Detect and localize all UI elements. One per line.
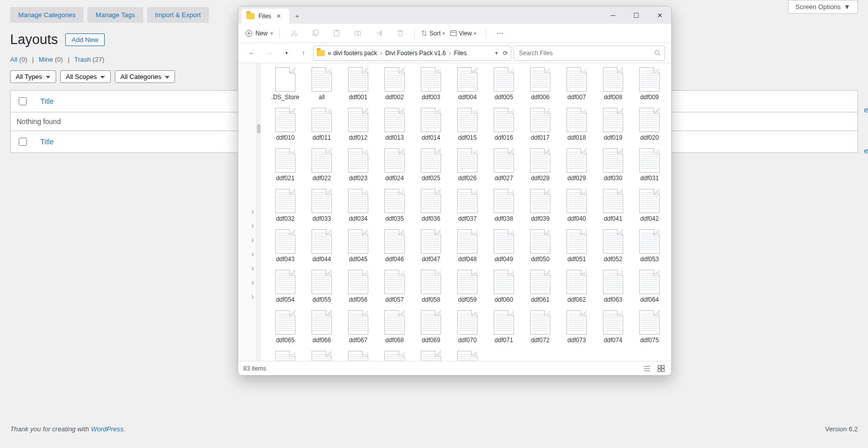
- select-all-checkbox-top[interactable]: [19, 97, 27, 105]
- file-item[interactable]: ddf008: [595, 67, 631, 101]
- view-trash-link[interactable]: Trash: [74, 56, 91, 63]
- file-item[interactable]: ddf073: [558, 310, 595, 344]
- file-item[interactable]: ddf055: [303, 270, 340, 303]
- close-window-button[interactable]: ✕: [648, 7, 671, 24]
- minimize-button[interactable]: ─: [601, 7, 625, 24]
- breadcrumb-prefix[interactable]: «: [328, 50, 331, 57]
- file-item[interactable]: ddf057: [376, 270, 413, 303]
- file-item[interactable]: ddf080: [413, 351, 449, 361]
- file-item[interactable]: ddf042: [631, 189, 668, 222]
- file-item[interactable]: ddf051: [558, 229, 595, 263]
- file-item[interactable]: ddf056: [340, 270, 376, 303]
- filter-categories-select[interactable]: All Categories: [115, 70, 175, 83]
- filter-types-select[interactable]: All Types: [10, 70, 56, 83]
- sidebar-scrollbar[interactable]: [256, 63, 261, 361]
- view-all-link[interactable]: All: [10, 56, 17, 63]
- file-item[interactable]: ddf061: [522, 270, 558, 303]
- details-view-button[interactable]: [642, 363, 652, 374]
- manage-tags-tab[interactable]: Manage Tags: [88, 7, 143, 23]
- copy-button[interactable]: [307, 26, 323, 40]
- file-item[interactable]: ddf033: [303, 189, 340, 222]
- file-item[interactable]: ddf032: [267, 189, 303, 222]
- new-tab-button[interactable]: ＋: [289, 9, 305, 24]
- file-item[interactable]: ddf004: [449, 67, 486, 101]
- refresh-button[interactable]: ⟳: [503, 50, 508, 57]
- breadcrumb-p3[interactable]: Files: [454, 50, 466, 57]
- file-item[interactable]: ddf022: [303, 148, 340, 182]
- file-item[interactable]: ddf017: [522, 108, 558, 141]
- rename-button[interactable]: [350, 26, 366, 40]
- file-item[interactable]: ddf068: [376, 310, 413, 344]
- address-dropdown-button[interactable]: ▾: [495, 50, 498, 56]
- sidebar-expand-icon[interactable]: [238, 205, 256, 218]
- file-item[interactable]: ddf047: [413, 229, 449, 263]
- file-item[interactable]: ddf015: [449, 108, 486, 141]
- file-item[interactable]: ddf036: [413, 189, 449, 222]
- file-item[interactable]: ddf062: [558, 270, 595, 303]
- column-header-title[interactable]: Title: [40, 97, 54, 105]
- explorer-tab[interactable]: Files ✕: [241, 9, 289, 24]
- file-item[interactable]: ddf070: [449, 310, 486, 344]
- file-item[interactable]: ddf071: [486, 310, 522, 344]
- add-new-button[interactable]: Add New: [65, 33, 105, 46]
- breadcrumb-p2[interactable]: Divi Footers Pack v1.6: [385, 50, 446, 57]
- file-item[interactable]: ddf066: [303, 310, 340, 344]
- breadcrumb-p1[interactable]: divi footers pack: [333, 50, 377, 57]
- sidebar-expand-icon[interactable]: [238, 276, 256, 289]
- file-item[interactable]: ddf079: [376, 351, 413, 361]
- filter-scopes-select[interactable]: All Scopes: [60, 70, 111, 83]
- file-item[interactable]: ddf052: [595, 229, 631, 263]
- file-item[interactable]: ddf065: [267, 310, 303, 344]
- up-button[interactable]: ↑: [296, 46, 311, 60]
- select-all-checkbox-bottom[interactable]: [19, 138, 27, 146]
- file-item[interactable]: ddf020: [631, 108, 668, 141]
- delete-button[interactable]: [392, 26, 408, 40]
- share-button[interactable]: [371, 26, 387, 40]
- file-item[interactable]: ddf005: [486, 67, 522, 101]
- file-item[interactable]: ddf081: [449, 351, 486, 361]
- file-item[interactable]: ddf028: [522, 148, 558, 182]
- file-item[interactable]: ddf035: [376, 189, 413, 222]
- sort-button[interactable]: Sort ▾: [421, 30, 445, 37]
- search-input[interactable]: [518, 49, 651, 57]
- back-button[interactable]: ←: [244, 46, 259, 60]
- file-item[interactable]: ddf075: [631, 310, 668, 344]
- file-item[interactable]: ddf006: [522, 67, 558, 101]
- more-button[interactable]: ⋯: [492, 26, 508, 40]
- file-item[interactable]: ddf034: [340, 189, 376, 222]
- file-item[interactable]: ddf025: [413, 148, 449, 182]
- file-item[interactable]: ddf053: [631, 229, 668, 263]
- file-item[interactable]: ddf010: [267, 108, 303, 141]
- screen-options-button[interactable]: Screen Options ▼: [788, 0, 858, 14]
- file-item[interactable]: ddf016: [486, 108, 522, 141]
- navigation-pane[interactable]: [238, 63, 256, 361]
- file-grid-area[interactable]: .DS_Storeallddf001ddf002ddf003ddf004ddf0…: [261, 63, 671, 361]
- file-item[interactable]: ddf001: [340, 67, 376, 101]
- file-item[interactable]: ddf074: [595, 310, 631, 344]
- file-item[interactable]: ddf064: [631, 270, 668, 303]
- file-item[interactable]: ddf019: [595, 108, 631, 141]
- maximize-button[interactable]: ☐: [625, 7, 648, 24]
- new-item-button[interactable]: New ▾: [245, 30, 273, 37]
- cut-button[interactable]: [286, 26, 302, 40]
- import-export-tab[interactable]: Import & Export: [147, 7, 209, 23]
- column-footer-title[interactable]: Title: [40, 138, 54, 146]
- sidebar-expand-icon[interactable]: [238, 248, 256, 261]
- file-item[interactable]: .DS_Store: [267, 67, 303, 101]
- close-tab-button[interactable]: ✕: [275, 13, 282, 20]
- truncated-link-top[interactable]: e: [864, 106, 868, 114]
- file-item[interactable]: ddf046: [376, 229, 413, 263]
- manage-categories-tab[interactable]: Manage Categories: [10, 7, 83, 23]
- sidebar-expand-icon[interactable]: [238, 262, 256, 275]
- file-item[interactable]: ddf014: [413, 108, 449, 141]
- view-button[interactable]: View ▾: [450, 30, 476, 37]
- file-item[interactable]: ddf002: [376, 67, 413, 101]
- file-item[interactable]: ddf027: [486, 148, 522, 182]
- view-mine-link[interactable]: Mine: [39, 56, 53, 63]
- file-item[interactable]: ddf024: [376, 148, 413, 182]
- file-item[interactable]: all: [303, 67, 340, 101]
- sidebar-expand-icon[interactable]: [238, 290, 256, 303]
- file-item[interactable]: ddf030: [595, 148, 631, 182]
- file-item[interactable]: ddf038: [486, 189, 522, 222]
- file-item[interactable]: ddf031: [631, 148, 668, 182]
